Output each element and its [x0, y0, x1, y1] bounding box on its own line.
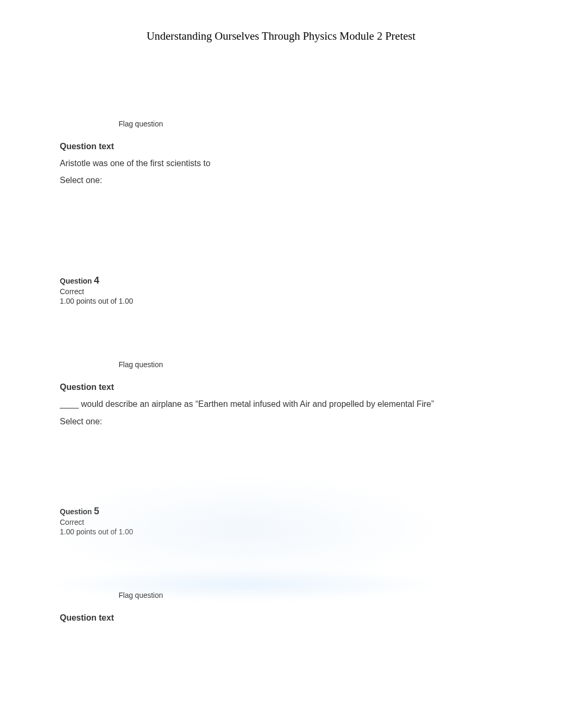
question-4-header: Question 4 Correct 1.00 points out of 1.…: [60, 275, 502, 305]
question-label-prefix: Question: [60, 277, 94, 285]
question-text-heading: Question text: [60, 142, 502, 151]
flag-question-link[interactable]: Flag question: [119, 591, 502, 599]
question-status: Correct: [60, 287, 502, 296]
question-prompt: ____ would describe an airplane as “Eart…: [60, 398, 502, 410]
question-text-heading: Question text: [60, 383, 502, 392]
select-one-label: Select one:: [60, 417, 502, 426]
question-prompt: Aristotle was one of the first scientist…: [60, 158, 502, 169]
question-points: 1.00 points out of 1.00: [60, 297, 502, 305]
question-5-header: Question 5 Correct 1.00 points out of 1.…: [60, 506, 502, 536]
page-title: Understanding Ourselves Through Physics …: [0, 0, 562, 43]
question-text-heading: Question text: [60, 613, 502, 623]
content-area: Flag question Question text Aristotle wa…: [0, 120, 562, 623]
question-number: 5: [94, 506, 99, 516]
question-points: 1.00 points out of 1.00: [60, 527, 502, 536]
question-status: Correct: [60, 518, 502, 526]
flag-question-link[interactable]: Flag question: [119, 120, 502, 128]
question-label-prefix: Question: [60, 507, 94, 516]
select-one-label: Select one:: [60, 176, 502, 185]
flag-question-link[interactable]: Flag question: [119, 360, 502, 369]
question-number: 4: [94, 275, 99, 286]
